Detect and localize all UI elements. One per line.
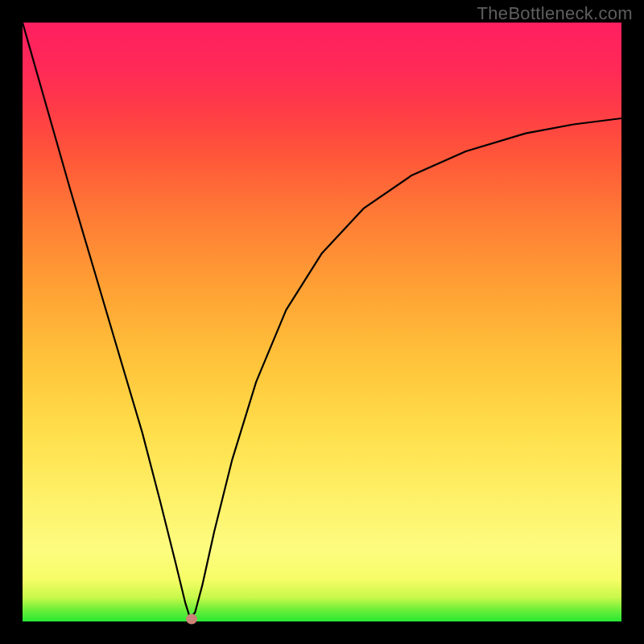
chart-frame: TheBottleneck.com: [0, 0, 644, 644]
optimum-marker: [186, 614, 197, 625]
plot-area: [23, 23, 621, 621]
watermark-text: TheBottleneck.com: [477, 3, 633, 24]
bottleneck-curve: [23, 23, 621, 621]
